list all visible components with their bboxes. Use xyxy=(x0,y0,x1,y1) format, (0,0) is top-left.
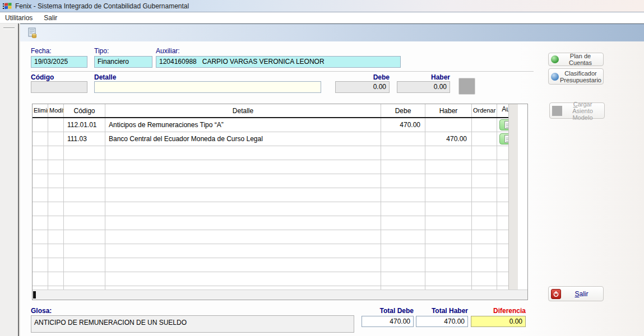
table-row[interactable] xyxy=(33,216,518,230)
cell-modif xyxy=(48,258,64,272)
cell-codigo xyxy=(64,146,105,160)
cell-modif xyxy=(48,244,64,258)
diferencia-value: 0.00 xyxy=(471,316,526,327)
header-elimin: Elimin xyxy=(33,104,48,117)
cell-ordenar xyxy=(472,258,497,272)
fecha-input[interactable]: 19/03/2025 xyxy=(31,56,87,68)
window-title: Fenix - Sistema Integrado de Contabilida… xyxy=(15,2,189,10)
header-codigo: Código xyxy=(64,104,105,117)
cell-elimin xyxy=(33,146,48,160)
app-logo-icon xyxy=(3,2,12,11)
cell-elimin xyxy=(33,188,48,202)
entries-table: Elimin Modif Código Detalle Debe Haber O… xyxy=(32,104,528,300)
detalle-label: Detalle xyxy=(94,73,116,81)
cell-ordenar xyxy=(472,272,497,286)
cell-codigo: 111.03 xyxy=(64,132,105,146)
cargar-asiento-modelo-label: Cargar Asiento Modelo xyxy=(563,101,602,121)
menu-salir[interactable]: Salir xyxy=(38,12,63,24)
diferencia-label: Diferencia xyxy=(471,307,526,315)
green-sphere-icon xyxy=(551,55,559,63)
cell-modif xyxy=(48,188,64,202)
table-row[interactable] xyxy=(33,160,518,174)
table-row[interactable] xyxy=(33,202,518,216)
detalle-input[interactable] xyxy=(94,81,321,93)
debe-input[interactable]: 0.00 xyxy=(335,81,390,93)
cell-haber xyxy=(425,146,472,160)
header-modif: Modif xyxy=(48,104,64,117)
cell-detalle xyxy=(105,216,381,230)
cell-haber xyxy=(425,174,472,188)
toolbar xyxy=(20,24,644,41)
salir-label: Salir xyxy=(562,291,601,297)
table-row[interactable]: 111.03Banco Central del Ecuador Moneda d… xyxy=(33,132,518,146)
horizontal-scrollbar-thumb[interactable] xyxy=(33,291,36,298)
cell-elimin xyxy=(33,118,48,132)
cell-detalle xyxy=(105,244,381,258)
codigo-input[interactable] xyxy=(31,81,87,93)
cell-haber xyxy=(425,188,472,202)
cell-debe xyxy=(381,132,425,146)
table-row[interactable] xyxy=(33,230,518,244)
grid-body: 112.01.01Anticipos de Remuneraciones Tip… xyxy=(33,118,518,290)
table-row[interactable]: 112.01.01Anticipos de Remuneraciones Tip… xyxy=(33,118,518,132)
cell-haber xyxy=(425,216,472,230)
plan-de-cuentas-button[interactable]: Plan de Cuentas xyxy=(548,53,604,66)
cell-debe xyxy=(381,244,425,258)
add-entry-button[interactable] xyxy=(458,78,475,95)
header-ordenar: Ordenar xyxy=(472,104,497,117)
debe-label: Debe xyxy=(335,73,390,81)
menu-utilitarios[interactable]: Utilitarios xyxy=(0,12,38,24)
cell-modif xyxy=(48,202,64,216)
cell-modif xyxy=(48,118,64,132)
cell-elimin xyxy=(33,132,48,146)
table-row[interactable] xyxy=(33,244,518,258)
cell-codigo xyxy=(64,174,105,188)
left-splitter-panel[interactable] xyxy=(0,24,19,336)
horizontal-scrollbar[interactable] xyxy=(33,290,527,300)
haber-input[interactable]: 0.00 xyxy=(397,81,450,93)
auxiliar-input[interactable]: 1204160988 CARPIO VARGAS VERONICA LEONOR xyxy=(156,56,401,68)
cell-haber xyxy=(425,118,472,132)
cell-modif xyxy=(48,216,64,230)
cell-detalle xyxy=(105,174,381,188)
table-row[interactable] xyxy=(33,174,518,188)
header-detalle: Detalle xyxy=(105,104,381,117)
cell-debe xyxy=(381,272,425,286)
cell-haber xyxy=(425,230,472,244)
cell-detalle xyxy=(105,160,381,174)
table-row[interactable] xyxy=(33,188,518,202)
cell-modif xyxy=(48,272,64,286)
vertical-scrollbar[interactable] xyxy=(508,104,518,290)
cell-debe xyxy=(381,188,425,202)
table-row[interactable] xyxy=(33,146,518,160)
cargar-asiento-modelo-button[interactable]: Cargar Asiento Modelo xyxy=(549,102,605,119)
cell-ordenar xyxy=(472,118,497,132)
cell-codigo xyxy=(64,258,105,272)
glosa-label: Glosa: xyxy=(31,307,52,315)
haber-label: Haber xyxy=(397,73,450,81)
cell-debe xyxy=(381,160,425,174)
cell-codigo xyxy=(64,272,105,286)
cell-debe xyxy=(381,230,425,244)
application-window: Fenix - Sistema Integrado de Contabilida… xyxy=(0,0,644,336)
cell-haber xyxy=(425,202,472,216)
clasificador-presupuestario-button[interactable]: Clasificador Presupuestario xyxy=(548,68,604,85)
cell-ordenar xyxy=(472,188,497,202)
salir-button[interactable]: Salir xyxy=(548,286,604,301)
cell-detalle xyxy=(105,146,381,160)
table-row[interactable] xyxy=(33,272,518,286)
cell-debe xyxy=(381,202,425,216)
cell-elimin xyxy=(33,258,48,272)
cell-debe: 470.00 xyxy=(381,118,425,132)
cell-ordenar xyxy=(472,132,497,146)
journal-entry-button[interactable] xyxy=(25,26,40,40)
codigo-label: Código xyxy=(31,73,54,81)
glosa-input[interactable]: ANTICIPO DE REMUNERACION DE UN SUELDO xyxy=(31,315,354,333)
header-debe: Debe xyxy=(381,104,425,117)
cell-haber xyxy=(425,244,472,258)
cell-modif xyxy=(48,230,64,244)
tipo-input[interactable]: Financiero xyxy=(94,56,152,68)
clasificador-presupuestario-label: Clasificador Presupuestario xyxy=(560,70,601,83)
table-row[interactable] xyxy=(33,258,518,272)
cell-detalle xyxy=(105,272,381,286)
